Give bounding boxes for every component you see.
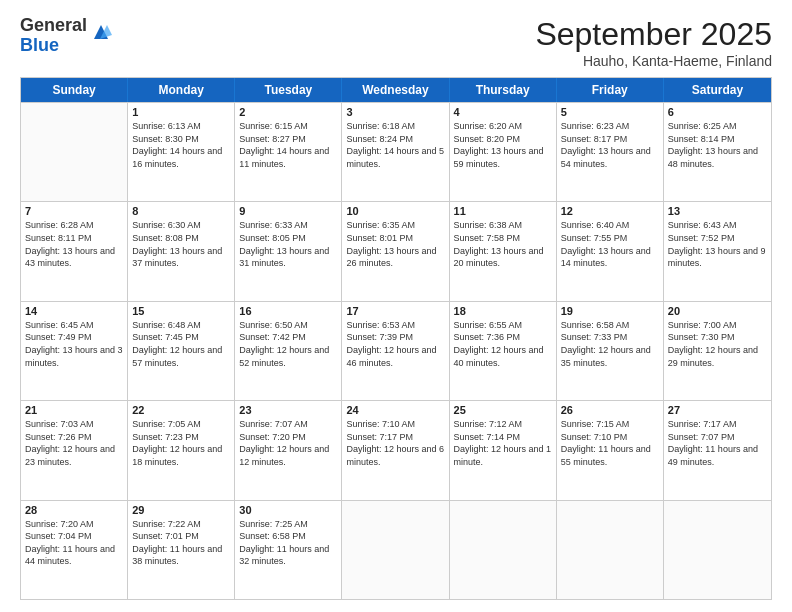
day-number: 3 — [346, 106, 444, 118]
day-cell-25: 25Sunrise: 7:12 AMSunset: 7:14 PMDayligh… — [450, 401, 557, 499]
day-cell-1: 1Sunrise: 6:13 AMSunset: 8:30 PMDaylight… — [128, 103, 235, 201]
day-cell-27: 27Sunrise: 7:17 AMSunset: 7:07 PMDayligh… — [664, 401, 771, 499]
day-number: 19 — [561, 305, 659, 317]
day-number: 30 — [239, 504, 337, 516]
day-details: Sunrise: 7:12 AMSunset: 7:14 PMDaylight:… — [454, 418, 552, 468]
day-number: 15 — [132, 305, 230, 317]
calendar-subtitle: Hauho, Kanta-Haeme, Finland — [535, 53, 772, 69]
day-cell-24: 24Sunrise: 7:10 AMSunset: 7:17 PMDayligh… — [342, 401, 449, 499]
day-number: 27 — [668, 404, 767, 416]
logo-general: General — [20, 15, 87, 35]
day-details: Sunrise: 6:25 AMSunset: 8:14 PMDaylight:… — [668, 120, 767, 170]
day-cell-8: 8Sunrise: 6:30 AMSunset: 8:08 PMDaylight… — [128, 202, 235, 300]
week-row-5: 28Sunrise: 7:20 AMSunset: 7:04 PMDayligh… — [21, 500, 771, 599]
header-day-monday: Monday — [128, 78, 235, 102]
day-cell-29: 29Sunrise: 7:22 AMSunset: 7:01 PMDayligh… — [128, 501, 235, 599]
header-day-saturday: Saturday — [664, 78, 771, 102]
day-details: Sunrise: 6:13 AMSunset: 8:30 PMDaylight:… — [132, 120, 230, 170]
day-details: Sunrise: 7:07 AMSunset: 7:20 PMDaylight:… — [239, 418, 337, 468]
day-cell-9: 9Sunrise: 6:33 AMSunset: 8:05 PMDaylight… — [235, 202, 342, 300]
day-details: Sunrise: 6:20 AMSunset: 8:20 PMDaylight:… — [454, 120, 552, 170]
day-number: 12 — [561, 205, 659, 217]
header-day-friday: Friday — [557, 78, 664, 102]
day-cell-21: 21Sunrise: 7:03 AMSunset: 7:26 PMDayligh… — [21, 401, 128, 499]
day-details: Sunrise: 6:23 AMSunset: 8:17 PMDaylight:… — [561, 120, 659, 170]
day-cell-30: 30Sunrise: 7:25 AMSunset: 6:58 PMDayligh… — [235, 501, 342, 599]
day-details: Sunrise: 7:03 AMSunset: 7:26 PMDaylight:… — [25, 418, 123, 468]
logo-icon — [90, 21, 112, 43]
day-details: Sunrise: 6:28 AMSunset: 8:11 PMDaylight:… — [25, 219, 123, 269]
day-cell-16: 16Sunrise: 6:50 AMSunset: 7:42 PMDayligh… — [235, 302, 342, 400]
day-cell-12: 12Sunrise: 6:40 AMSunset: 7:55 PMDayligh… — [557, 202, 664, 300]
day-number: 2 — [239, 106, 337, 118]
day-details: Sunrise: 6:43 AMSunset: 7:52 PMDaylight:… — [668, 219, 767, 269]
day-number: 11 — [454, 205, 552, 217]
empty-cell — [557, 501, 664, 599]
day-cell-13: 13Sunrise: 6:43 AMSunset: 7:52 PMDayligh… — [664, 202, 771, 300]
day-details: Sunrise: 6:50 AMSunset: 7:42 PMDaylight:… — [239, 319, 337, 369]
week-row-1: 1Sunrise: 6:13 AMSunset: 8:30 PMDaylight… — [21, 102, 771, 201]
empty-cell — [664, 501, 771, 599]
logo: General Blue — [20, 16, 112, 56]
page: General Blue September 2025 Hauho, Kanta… — [0, 0, 792, 612]
day-number: 4 — [454, 106, 552, 118]
day-cell-5: 5Sunrise: 6:23 AMSunset: 8:17 PMDaylight… — [557, 103, 664, 201]
day-cell-15: 15Sunrise: 6:48 AMSunset: 7:45 PMDayligh… — [128, 302, 235, 400]
calendar: SundayMondayTuesdayWednesdayThursdayFrid… — [20, 77, 772, 600]
day-details: Sunrise: 6:53 AMSunset: 7:39 PMDaylight:… — [346, 319, 444, 369]
day-details: Sunrise: 6:35 AMSunset: 8:01 PMDaylight:… — [346, 219, 444, 269]
day-cell-28: 28Sunrise: 7:20 AMSunset: 7:04 PMDayligh… — [21, 501, 128, 599]
day-cell-3: 3Sunrise: 6:18 AMSunset: 8:24 PMDaylight… — [342, 103, 449, 201]
day-cell-11: 11Sunrise: 6:38 AMSunset: 7:58 PMDayligh… — [450, 202, 557, 300]
day-cell-26: 26Sunrise: 7:15 AMSunset: 7:10 PMDayligh… — [557, 401, 664, 499]
day-cell-10: 10Sunrise: 6:35 AMSunset: 8:01 PMDayligh… — [342, 202, 449, 300]
day-number: 25 — [454, 404, 552, 416]
day-cell-20: 20Sunrise: 7:00 AMSunset: 7:30 PMDayligh… — [664, 302, 771, 400]
day-cell-23: 23Sunrise: 7:07 AMSunset: 7:20 PMDayligh… — [235, 401, 342, 499]
logo-blue: Blue — [20, 35, 59, 55]
day-details: Sunrise: 6:55 AMSunset: 7:36 PMDaylight:… — [454, 319, 552, 369]
day-cell-2: 2Sunrise: 6:15 AMSunset: 8:27 PMDaylight… — [235, 103, 342, 201]
day-number: 22 — [132, 404, 230, 416]
day-details: Sunrise: 7:00 AMSunset: 7:30 PMDaylight:… — [668, 319, 767, 369]
day-details: Sunrise: 7:17 AMSunset: 7:07 PMDaylight:… — [668, 418, 767, 468]
day-details: Sunrise: 6:15 AMSunset: 8:27 PMDaylight:… — [239, 120, 337, 170]
day-details: Sunrise: 6:58 AMSunset: 7:33 PMDaylight:… — [561, 319, 659, 369]
empty-cell — [342, 501, 449, 599]
day-cell-19: 19Sunrise: 6:58 AMSunset: 7:33 PMDayligh… — [557, 302, 664, 400]
day-details: Sunrise: 7:20 AMSunset: 7:04 PMDaylight:… — [25, 518, 123, 568]
day-details: Sunrise: 6:48 AMSunset: 7:45 PMDaylight:… — [132, 319, 230, 369]
empty-cell — [21, 103, 128, 201]
day-details: Sunrise: 6:30 AMSunset: 8:08 PMDaylight:… — [132, 219, 230, 269]
day-number: 6 — [668, 106, 767, 118]
week-row-3: 14Sunrise: 6:45 AMSunset: 7:49 PMDayligh… — [21, 301, 771, 400]
title-block: September 2025 Hauho, Kanta-Haeme, Finla… — [535, 16, 772, 69]
empty-cell — [450, 501, 557, 599]
day-number: 16 — [239, 305, 337, 317]
header: General Blue September 2025 Hauho, Kanta… — [20, 16, 772, 69]
day-number: 20 — [668, 305, 767, 317]
day-number: 28 — [25, 504, 123, 516]
day-details: Sunrise: 6:38 AMSunset: 7:58 PMDaylight:… — [454, 219, 552, 269]
day-cell-4: 4Sunrise: 6:20 AMSunset: 8:20 PMDaylight… — [450, 103, 557, 201]
day-number: 18 — [454, 305, 552, 317]
day-cell-7: 7Sunrise: 6:28 AMSunset: 8:11 PMDaylight… — [21, 202, 128, 300]
day-number: 23 — [239, 404, 337, 416]
day-details: Sunrise: 7:22 AMSunset: 7:01 PMDaylight:… — [132, 518, 230, 568]
day-number: 26 — [561, 404, 659, 416]
week-row-4: 21Sunrise: 7:03 AMSunset: 7:26 PMDayligh… — [21, 400, 771, 499]
header-day-thursday: Thursday — [450, 78, 557, 102]
calendar-title: September 2025 — [535, 16, 772, 53]
header-day-sunday: Sunday — [21, 78, 128, 102]
day-number: 29 — [132, 504, 230, 516]
week-row-2: 7Sunrise: 6:28 AMSunset: 8:11 PMDaylight… — [21, 201, 771, 300]
day-details: Sunrise: 7:15 AMSunset: 7:10 PMDaylight:… — [561, 418, 659, 468]
header-day-tuesday: Tuesday — [235, 78, 342, 102]
day-cell-14: 14Sunrise: 6:45 AMSunset: 7:49 PMDayligh… — [21, 302, 128, 400]
day-cell-17: 17Sunrise: 6:53 AMSunset: 7:39 PMDayligh… — [342, 302, 449, 400]
day-number: 21 — [25, 404, 123, 416]
day-details: Sunrise: 6:18 AMSunset: 8:24 PMDaylight:… — [346, 120, 444, 170]
calendar-body: 1Sunrise: 6:13 AMSunset: 8:30 PMDaylight… — [21, 102, 771, 599]
day-number: 8 — [132, 205, 230, 217]
day-number: 1 — [132, 106, 230, 118]
